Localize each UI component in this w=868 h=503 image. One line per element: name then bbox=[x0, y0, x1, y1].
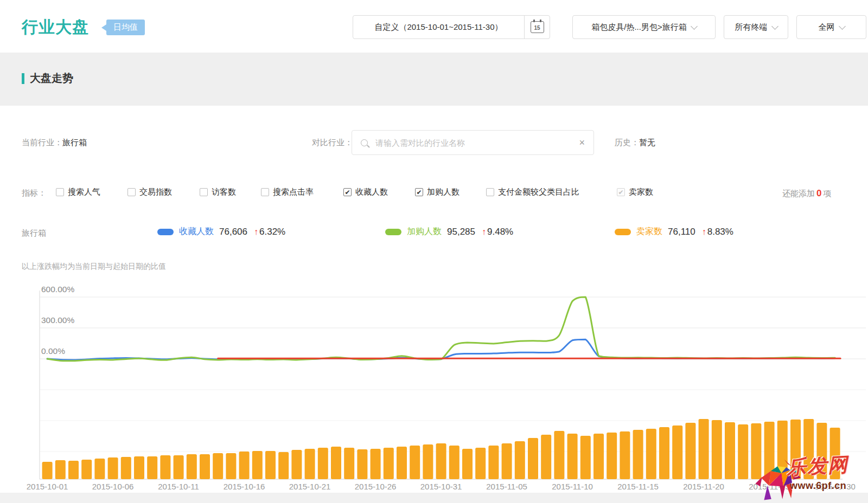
y-axis-tick-label: 600.00% bbox=[41, 285, 74, 294]
metric-item[interactable]: ✔加购人数 bbox=[415, 187, 459, 197]
metric-item[interactable]: 访客数 bbox=[200, 187, 236, 197]
section-accent-bar bbox=[22, 73, 24, 84]
bar-sellers bbox=[252, 451, 263, 479]
bar-sellers bbox=[344, 448, 354, 479]
x-axis-tick-label: 2015-10-01 bbox=[27, 482, 68, 491]
watermark: 乐发网 www.6pf.cn bbox=[742, 454, 868, 503]
bar-sellers bbox=[410, 446, 420, 479]
x-axis-tick-label: 2015-10-31 bbox=[420, 482, 462, 491]
up-arrow-icon: ↑ bbox=[482, 227, 486, 237]
industry-dashboard: 行业大盘 日均值 自定义（2015-10-01~2015-11-30） 15 箱… bbox=[0, 0, 868, 503]
bar-sellers bbox=[659, 427, 669, 479]
x-axis-tick-label: 2015-11-05 bbox=[486, 482, 527, 491]
bar-sellers bbox=[331, 447, 341, 479]
up-arrow-icon: ↑ bbox=[702, 227, 706, 237]
bar-sellers bbox=[265, 451, 276, 479]
x-axis-tick-label: 2015-10-16 bbox=[224, 482, 265, 491]
bar-sellers bbox=[633, 430, 643, 479]
x-axis-tick-label: 2015-11-20 bbox=[683, 482, 724, 491]
series-color-pill bbox=[615, 229, 631, 235]
history: 历史： 暂无 bbox=[615, 138, 655, 148]
series-change: 9.48% bbox=[487, 227, 513, 237]
bar-sellers bbox=[291, 450, 302, 479]
bar-sellers bbox=[239, 452, 250, 479]
remaining-count: 0 bbox=[815, 188, 823, 198]
series-change: 6.32% bbox=[259, 227, 285, 237]
metric-item[interactable]: 交易指数 bbox=[127, 187, 172, 197]
chevron-down-icon bbox=[771, 23, 778, 30]
chevron-down-icon bbox=[839, 23, 846, 30]
checkbox[interactable]: ✔ bbox=[343, 188, 352, 196]
compare-industry-label: 对比行业： bbox=[312, 138, 353, 148]
date-range-picker[interactable]: 自定义（2015-10-01~2015-11-30） 15 bbox=[353, 15, 550, 39]
terminal-dropdown[interactable]: 所有终端 bbox=[724, 15, 788, 39]
line-series-收藏人数 bbox=[47, 339, 835, 360]
checkbox[interactable] bbox=[200, 188, 208, 196]
bar-sellers bbox=[68, 461, 79, 479]
bar-sellers bbox=[488, 446, 499, 479]
checkbox[interactable]: ✔ bbox=[617, 188, 625, 196]
compare-industry-search[interactable]: × bbox=[352, 130, 594, 155]
checkbox[interactable] bbox=[56, 188, 64, 196]
bar-sellers bbox=[699, 419, 709, 479]
checkbox[interactable] bbox=[127, 188, 136, 196]
section-band bbox=[0, 53, 868, 106]
bar-sellers bbox=[187, 454, 197, 479]
date-range-value[interactable]: 自定义（2015-10-01~2015-11-30） bbox=[353, 22, 524, 33]
bar-sellers bbox=[371, 449, 381, 479]
series-label: 收藏人数 bbox=[179, 226, 214, 237]
metric-item[interactable]: 支付金额较父类目占比 bbox=[486, 187, 579, 197]
bar-sellers bbox=[620, 431, 630, 479]
bar-sellers bbox=[646, 429, 656, 479]
checkbox[interactable] bbox=[486, 188, 494, 196]
series-value: 95,285 bbox=[447, 227, 475, 237]
y-axis-tick-label: 0.00% bbox=[41, 346, 65, 356]
line-series-加购人数 bbox=[47, 297, 835, 361]
daily-average-badge: 日均值 bbox=[106, 20, 145, 35]
bar-sellers bbox=[475, 448, 486, 479]
legend-item: 加购人数 95,285 ↑ 9.48% bbox=[385, 226, 513, 237]
category-dropdown[interactable]: 箱包皮具/热...男包>旅行箱 bbox=[572, 15, 716, 39]
series-color-pill bbox=[385, 229, 401, 235]
calendar-button[interactable]: 15 bbox=[524, 16, 550, 38]
bar-sellers bbox=[160, 455, 170, 479]
checkbox[interactable] bbox=[261, 188, 269, 196]
bar-sellers bbox=[423, 444, 433, 479]
up-arrow-icon: ↑ bbox=[254, 227, 258, 237]
bar-sellers bbox=[81, 460, 92, 479]
series-color-pill bbox=[157, 229, 174, 235]
legend-item: 收藏人数 76,606 ↑ 6.32% bbox=[157, 226, 285, 237]
clear-icon[interactable]: × bbox=[579, 138, 585, 147]
bar-sellers bbox=[384, 448, 394, 479]
bar-sellers bbox=[515, 441, 525, 479]
series-value: 76,110 bbox=[668, 227, 695, 237]
x-axis-tick-label: 2015-10-06 bbox=[92, 482, 134, 491]
search-icon bbox=[361, 139, 368, 146]
bar-sellers bbox=[554, 431, 564, 479]
bar-sellers bbox=[607, 433, 617, 479]
watermark-url: www.6pf.cn bbox=[790, 480, 846, 492]
x-axis-tick-label: 2015-11-10 bbox=[552, 482, 593, 491]
bar-sellers bbox=[725, 422, 735, 479]
metric-item[interactable]: 搜索人气 bbox=[56, 187, 100, 197]
network-dropdown[interactable]: 全网 bbox=[796, 15, 866, 39]
calendar-icon: 15 bbox=[531, 21, 544, 33]
bar-sellers bbox=[357, 449, 367, 479]
checkbox[interactable]: ✔ bbox=[415, 188, 423, 196]
x-axis-tick-label: 2015-10-26 bbox=[355, 482, 397, 491]
bar-sellers bbox=[174, 455, 184, 479]
terminal-value: 所有终端 bbox=[735, 22, 768, 33]
search-input[interactable] bbox=[374, 138, 579, 148]
metric-item[interactable]: ✔收藏人数 bbox=[343, 187, 388, 197]
metric-item[interactable]: ✔卖家数 bbox=[617, 187, 653, 197]
bar-sellers bbox=[567, 434, 578, 479]
page-title: 行业大盘 bbox=[22, 16, 89, 38]
bar-sellers bbox=[134, 456, 144, 479]
metric-item[interactable]: 搜索点击率 bbox=[261, 187, 314, 197]
bar-sellers bbox=[593, 434, 604, 479]
bar-sellers bbox=[502, 443, 512, 479]
series-value: 76,606 bbox=[219, 227, 247, 237]
bar-sellers bbox=[305, 449, 315, 479]
bar-sellers bbox=[318, 448, 328, 479]
y-axis-tick-label: 300.00% bbox=[41, 315, 74, 325]
